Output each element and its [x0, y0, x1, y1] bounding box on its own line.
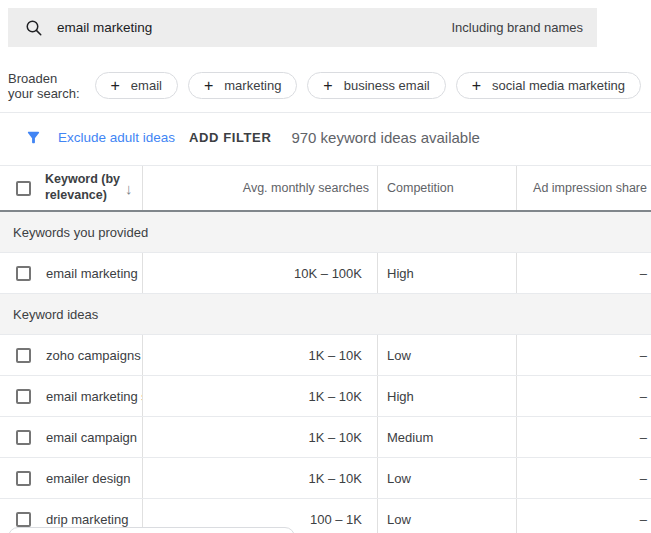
plus-icon: + [204, 78, 213, 94]
row-checkbox[interactable] [16, 266, 31, 281]
keyword-cell: email campaign [46, 430, 137, 445]
competition-cell: High [378, 376, 517, 416]
header-competition[interactable]: Competition [378, 166, 517, 210]
section-keywords-you-provided: Keywords you provided [0, 212, 651, 253]
plus-icon: + [472, 78, 481, 94]
plus-icon: + [111, 78, 120, 94]
bottom-overlay-card [8, 527, 295, 533]
header-keyword-column[interactable]: Keyword (by relevance) ↓ [0, 166, 143, 210]
competition-cell: Low [378, 499, 517, 533]
exclude-adult-ideas-link[interactable]: Exclude adult ideas [58, 130, 175, 145]
table-row: email campaign 1K – 10K Medium – [0, 417, 651, 458]
ad-share-cell: – [517, 417, 651, 457]
header-avg-monthly-searches[interactable]: Avg. monthly searches [143, 166, 378, 210]
keyword-column-label: Keyword (by relevance) [45, 172, 121, 203]
ad-share-cell: – [517, 458, 651, 498]
row-checkbox[interactable] [16, 348, 31, 363]
chip-marketing[interactable]: + marketing [188, 72, 297, 99]
search-icon [25, 19, 43, 37]
brand-names-note: Including brand names [451, 20, 583, 35]
row-checkbox[interactable] [16, 512, 31, 527]
table-row: emailer design 1K – 10K Low – [0, 458, 651, 499]
keyword-search-bar[interactable]: email marketing Including brand names [8, 8, 597, 47]
table-row: email marketing 10K – 100K High – [0, 253, 651, 294]
ad-share-cell: – [517, 253, 651, 293]
row-checkbox[interactable] [16, 430, 31, 445]
competition-cell: High [378, 253, 517, 293]
ad-share-cell: – [517, 335, 651, 375]
avg-searches-cell: 1K – 10K [143, 458, 378, 498]
chip-business-email[interactable]: + business email [307, 72, 445, 99]
broaden-search-row: Broaden your search: + email + marketing… [8, 72, 651, 99]
avg-searches-cell: 1K – 10K [143, 376, 378, 416]
filter-bar: Exclude adult ideas ADD FILTER 970 keywo… [25, 126, 480, 148]
avg-searches-cell: 1K – 10K [143, 335, 378, 375]
plus-icon: + [323, 78, 332, 94]
keyword-cell: emailer design [46, 471, 131, 486]
avg-searches-cell: 1K – 10K [143, 417, 378, 457]
keyword-ideas-count: 970 keyword ideas available [291, 129, 479, 146]
filter-funnel-icon [25, 129, 42, 146]
table-row: zoho campaigns 1K – 10K Low – [0, 335, 651, 376]
competition-cell: Low [378, 458, 517, 498]
chip-social-media-marketing[interactable]: + social media marketing [456, 72, 641, 99]
keyword-cell: email marketing [46, 266, 138, 281]
section-keyword-ideas: Keyword ideas [0, 294, 651, 335]
header-ad-impression-share[interactable]: Ad impression share [517, 166, 651, 210]
broaden-label: Broaden your search: [8, 71, 84, 101]
table-row: email marketing serv… 1K – 10K High – [0, 376, 651, 417]
row-checkbox[interactable] [16, 389, 31, 404]
add-filter-button[interactable]: ADD FILTER [189, 130, 271, 145]
competition-cell: Low [378, 335, 517, 375]
horizontal-divider [0, 112, 651, 113]
keyword-table: Keyword (by relevance) ↓ Avg. monthly se… [0, 165, 651, 533]
ad-share-cell: – [517, 499, 651, 533]
search-input[interactable]: email marketing [57, 20, 451, 35]
competition-cell: Medium [378, 417, 517, 457]
avg-searches-cell: 10K – 100K [143, 253, 378, 293]
table-header-row: Keyword (by relevance) ↓ Avg. monthly se… [0, 166, 651, 212]
sort-descending-icon: ↓ [125, 180, 133, 197]
select-all-checkbox[interactable] [16, 181, 31, 196]
keyword-cell: email marketing serv… [46, 389, 143, 404]
ad-share-cell: – [517, 376, 651, 416]
row-checkbox[interactable] [16, 471, 31, 486]
chip-email[interactable]: + email [95, 72, 178, 99]
keyword-cell: drip marketing [46, 512, 128, 527]
keyword-cell: zoho campaigns [46, 348, 141, 363]
